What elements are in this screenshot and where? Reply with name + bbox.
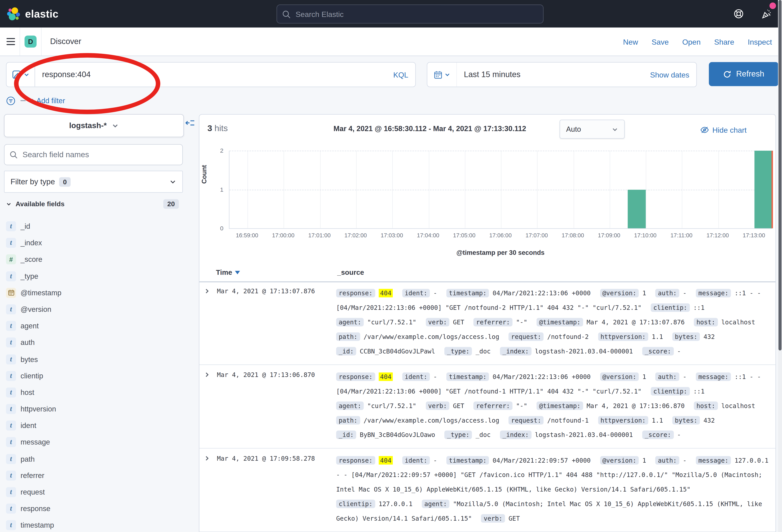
- field-list-item[interactable]: t httpversion: [6, 404, 179, 414]
- query-language-button[interactable]: KQL: [393, 70, 415, 79]
- field-value: logstash-2021.03.04-000001: [535, 347, 633, 355]
- chevron-down-icon: [444, 72, 450, 77]
- field-badge: @version:: [600, 289, 639, 298]
- field-list-item[interactable]: t bytes: [6, 354, 179, 364]
- field-list-item[interactable]: t clientip: [6, 371, 179, 381]
- show-dates-button[interactable]: Show dates: [650, 70, 696, 79]
- chevron-down-icon: [612, 126, 618, 132]
- highlighted-value: 404: [379, 456, 393, 465]
- field-name: request: [21, 488, 45, 496]
- field-list-item[interactable]: t response: [6, 504, 179, 514]
- field-name: referrer: [21, 471, 44, 480]
- histogram-bar[interactable]: [755, 151, 772, 228]
- doc-time: Mar 4, 2021 @ 17:13:07.876: [217, 286, 336, 358]
- field-list-item[interactable]: t referrer: [6, 470, 179, 481]
- saved-query-menu-button[interactable]: [7, 63, 35, 87]
- expand-row-icon[interactable]: [200, 453, 217, 526]
- field-value: 1.1: [652, 416, 663, 424]
- field-badge: referrer:: [473, 318, 512, 327]
- field-badge: agent:: [336, 402, 364, 410]
- field-badge: ident:: [402, 289, 430, 298]
- histogram-bar[interactable]: [628, 189, 645, 228]
- field-value: 1: [642, 456, 646, 464]
- scrollbar-thumb[interactable]: [778, 0, 781, 350]
- field-list-item[interactable]: t path: [6, 454, 179, 464]
- field-list-item[interactable]: t host: [6, 387, 179, 397]
- field-name: response: [21, 505, 50, 513]
- field-list-item[interactable]: t _index: [6, 238, 179, 248]
- field-value: -: [433, 456, 437, 464]
- field-badge: auth:: [655, 289, 679, 298]
- field-badge: _id:: [336, 430, 356, 439]
- field-value: -: [683, 289, 686, 297]
- help-icon[interactable]: [733, 8, 744, 19]
- field-value: GET: [453, 318, 464, 326]
- new-button[interactable]: New: [623, 37, 638, 46]
- interval-select[interactable]: Auto: [560, 120, 625, 139]
- open-button[interactable]: Open: [682, 37, 701, 46]
- field-list-item[interactable]: # _score: [6, 255, 179, 264]
- calendar-menu-button[interactable]: [427, 63, 457, 87]
- field-list-item[interactable]: t message: [6, 438, 179, 447]
- field-list-item[interactable]: t _type: [6, 271, 179, 281]
- x-tick-label: 17:13:00: [736, 232, 772, 238]
- search-icon: [9, 151, 17, 159]
- field-type-icon: t: [6, 387, 16, 397]
- field-list-item[interactable]: @timestamp: [6, 288, 179, 298]
- x-tick-label: 17:06:00: [483, 232, 518, 238]
- field-badge: request:: [508, 332, 543, 341]
- space-avatar[interactable]: D: [25, 35, 36, 47]
- field-type-icon: t: [6, 404, 16, 414]
- x-tick-label: 17:03:00: [374, 232, 410, 238]
- doc-table-row: Mar 4, 2021 @ 17:13:07.876 response:404 …: [200, 281, 775, 365]
- menu-icon[interactable]: [7, 38, 15, 45]
- field-list-item[interactable]: t auth: [6, 338, 179, 347]
- field-type-icon: t: [6, 304, 16, 314]
- field-search-input[interactable]: [22, 150, 177, 160]
- share-button[interactable]: Share: [714, 37, 734, 46]
- kibana-discover-page: elastic: [0, 0, 782, 532]
- field-list-item[interactable]: t _id: [6, 221, 179, 231]
- histogram-chart[interactable]: [229, 151, 773, 229]
- chevron-down-icon: [169, 178, 176, 185]
- field-search-box[interactable]: [4, 144, 183, 165]
- query-input[interactable]: [35, 70, 393, 79]
- index-pattern-switcher[interactable]: logstash-*: [4, 114, 184, 137]
- field-value: logstash-2021.03.04-000001: [535, 431, 633, 439]
- field-type-icon: t: [6, 354, 16, 364]
- time-range-button[interactable]: Last 15 minutes: [457, 70, 521, 79]
- field-badge: _id:: [336, 347, 356, 355]
- expand-row-icon[interactable]: [200, 286, 217, 358]
- field-type-icon: t: [6, 470, 16, 481]
- field-list-item[interactable]: t agent: [6, 321, 179, 331]
- expand-row-icon[interactable]: [200, 370, 217, 442]
- inspect-button[interactable]: Inspect: [748, 37, 772, 46]
- filter-list-icon[interactable]: [6, 96, 15, 105]
- field-name: bytes: [21, 355, 38, 363]
- collapse-sidebar-icon[interactable]: [185, 118, 195, 128]
- field-list-item[interactable]: t request: [6, 487, 179, 497]
- x-tick-label: 17:07:00: [519, 232, 554, 238]
- global-search-input[interactable]: [294, 9, 538, 19]
- field-type-icon: #: [6, 255, 16, 264]
- x-tick-label: 17:09:00: [592, 232, 627, 238]
- field-list-item[interactable]: t @version: [6, 304, 179, 314]
- elastic-logo[interactable]: elastic: [0, 7, 59, 21]
- time-column-header[interactable]: Time: [216, 268, 240, 276]
- field-value: "curl/7.52.1": [367, 318, 416, 326]
- newsfeed-icon[interactable]: [761, 8, 772, 19]
- global-search-box[interactable]: [277, 5, 543, 24]
- doc-source: response:404 ident:- timestamp:04/Mar/20…: [336, 370, 775, 442]
- field-list-item[interactable]: t timestamp: [6, 520, 179, 530]
- highlighted-value: 404: [379, 372, 393, 381]
- save-button[interactable]: Save: [651, 37, 669, 46]
- filter-by-type-button[interactable]: Filter by type 0: [4, 171, 183, 193]
- add-filter-button[interactable]: + Add filter: [31, 97, 65, 105]
- hide-chart-button[interactable]: Hide chart: [700, 126, 747, 134]
- field-badge: @timestamp:: [537, 318, 583, 327]
- field-badge: clientip:: [651, 303, 690, 312]
- date-picker: Last 15 minutes Show dates: [427, 62, 697, 87]
- refresh-button[interactable]: Refresh: [709, 62, 778, 86]
- field-list-item[interactable]: t ident: [6, 421, 179, 430]
- available-fields-accordion[interactable]: Available fields 20: [6, 199, 179, 209]
